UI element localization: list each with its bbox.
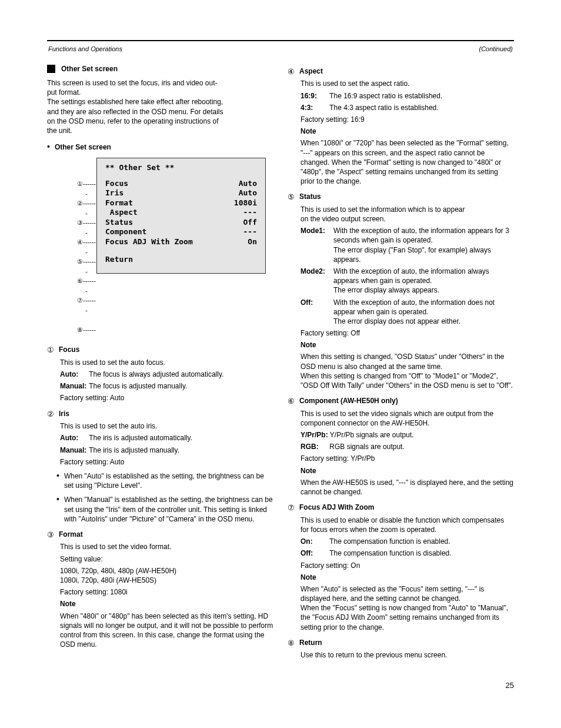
menu-row: Focus ADJ With ZoomOn xyxy=(105,237,257,247)
section-title-text: Other Set screen xyxy=(61,64,118,74)
factory: Factory setting: 1080i xyxy=(60,587,273,597)
item-line: Use this to return to the previous menu … xyxy=(300,650,514,660)
callout-2: ② xyxy=(47,409,54,420)
bullet-label: Other Set screen xyxy=(55,142,111,152)
left-column: Other Set screen This screen is used to … xyxy=(47,61,273,663)
bullet-dot-icon xyxy=(56,471,59,490)
item-title: Focus xyxy=(59,345,79,355)
intro-paragraph: This screen is used to set the focus, ir… xyxy=(47,78,273,135)
item-status: ⑤ Status This is used to set the informa… xyxy=(288,192,514,390)
item-title: Component (AW-HE50H only) xyxy=(299,396,398,407)
intro-line: and they are also reflected in the OSD m… xyxy=(47,108,223,116)
item-line: This is used to enable or disable the fu… xyxy=(300,516,514,534)
item-title: Focus ADJ With Zoom xyxy=(299,503,374,513)
def-val: Y/Pr/Pb signals are output. xyxy=(330,431,414,439)
def-key: 4:3: xyxy=(300,103,328,112)
item-title: Aspect xyxy=(299,67,323,77)
factory: Factory setting: 16:9 xyxy=(300,115,514,124)
callout-num: ⑧------ xyxy=(76,325,96,335)
callout-6: ⑥ xyxy=(288,396,295,407)
bullet-dot-icon xyxy=(56,495,59,524)
item-line: This is used to set the information whic… xyxy=(300,205,514,224)
menu-box: ** Other Set ** FocusAuto IrisAuto Forma… xyxy=(96,158,266,274)
item-line: This is used to set the auto focus. xyxy=(60,358,273,367)
note-text: When "Auto" is established as the settin… xyxy=(64,471,273,490)
item-line: This is used to set the video signals wh… xyxy=(300,409,514,428)
item-title: Status xyxy=(299,192,321,202)
columns: Other Set screen This screen is used to … xyxy=(47,61,514,663)
item-focus-adj: ⑦ Focus ADJ With Zoom This is used to en… xyxy=(288,503,514,632)
callout-7: ⑦ xyxy=(288,503,295,513)
item-title: Format xyxy=(59,530,83,540)
right-column: ④ Aspect This is used to set the aspect … xyxy=(288,61,514,663)
menu-row: FocusAuto xyxy=(105,179,257,189)
def-val: The iris is adjusted automatically. xyxy=(89,434,192,442)
callout-num: ④------- xyxy=(76,237,96,257)
setting-values: 1080i, 720p, 480i, 480p (AW-HE50H) 1080i… xyxy=(60,566,273,585)
def-key: RGB: xyxy=(300,442,328,451)
callout-num: ②------- xyxy=(76,198,96,218)
item-title: Return xyxy=(299,638,322,649)
callout-num: ⑦------- xyxy=(76,295,96,315)
def-key: Y/Pr/Pb: xyxy=(300,430,328,440)
note-text: When "480i" or "480p" has been selected … xyxy=(60,611,273,650)
def-val: The compensation function is enabled. xyxy=(329,537,450,546)
item-title: Iris xyxy=(59,409,69,420)
note-bullet: When "Auto" is established as the settin… xyxy=(56,471,273,490)
factory: Factory setting: Auto xyxy=(60,393,273,403)
factory: Factory setting: Auto xyxy=(60,457,273,467)
page-number: 25 xyxy=(0,680,514,691)
note-label: Note xyxy=(300,127,316,135)
callout-num: ⑥------- xyxy=(76,276,96,295)
factory: Factory setting: On xyxy=(300,561,514,570)
note-text: When "Manual" is established as the sett… xyxy=(64,495,273,524)
menu-row: Aspect--- xyxy=(105,208,257,218)
def-key: 16:9: xyxy=(300,91,328,101)
def-key: Manual: xyxy=(60,381,87,391)
header-right: (Continued) xyxy=(479,45,513,54)
item-line: This is used to set the aspect ratio. xyxy=(300,79,514,88)
factory: Factory setting: Off xyxy=(300,328,514,338)
callout-5: ⑤ xyxy=(288,192,295,202)
note-label: Note xyxy=(300,341,316,349)
note-bullet: When "Manual" is established as the sett… xyxy=(56,495,273,524)
header-left: Functions and Operations xyxy=(48,45,122,54)
menu-return: Return xyxy=(105,255,257,265)
def-val: The focus is adjusted manually. xyxy=(89,382,187,390)
intro-line: on the OSD menu, refer to the operating … xyxy=(47,117,219,125)
page-header: Functions and Operations (Continued) xyxy=(47,40,514,55)
callout-1: ① xyxy=(47,345,54,355)
menu-title: ** Other Set ** xyxy=(105,163,257,173)
note-label: Note xyxy=(300,467,316,475)
intro-line: The settings established here take effec… xyxy=(47,98,223,106)
def-val: The compensation function is disabled. xyxy=(329,549,451,557)
callout-4: ④ xyxy=(288,67,295,77)
menu-row: Format1080i xyxy=(105,198,257,208)
def-val: The 16:9 aspect ratio is established. xyxy=(329,92,442,100)
def-key: Mode2: xyxy=(300,267,330,295)
item-return: ⑧ Return Use this to return to the previ… xyxy=(288,638,514,660)
factory: Factory setting: Y/Pr/Pb xyxy=(300,454,514,463)
intro-line: put format. xyxy=(47,88,81,97)
callout-num: ③------- xyxy=(76,218,96,237)
item-format: ③ Format This is used to set the video f… xyxy=(47,530,273,649)
def-key: Auto: xyxy=(60,433,87,443)
def-val: RGB signals are output. xyxy=(329,443,404,451)
bullet-other-set: Other Set screen xyxy=(47,142,273,152)
callout-num: ⑤------- xyxy=(76,257,96,276)
setting-label: Setting value: xyxy=(60,554,273,564)
callout-num: ①------- xyxy=(76,179,96,198)
note-text: When "1080i" or "720p" has been selected… xyxy=(300,138,514,186)
menu-title-text: ** Other Set ** xyxy=(105,163,174,172)
item-line: This is used to set the auto iris. xyxy=(60,421,273,431)
def-key: Off: xyxy=(300,549,328,558)
note-text: When the AW-HE50S is used, "---" is disp… xyxy=(300,478,514,497)
callout-num xyxy=(76,315,96,325)
def-val: The focus is always adjusted automatical… xyxy=(89,370,223,378)
item-focus: ① Focus This is used to set the auto foc… xyxy=(47,345,273,403)
menu-row: IrisAuto xyxy=(105,188,257,198)
def-key: Off: xyxy=(300,298,330,327)
intro-line: the unit. xyxy=(47,127,72,135)
def-key: Mode1: xyxy=(300,226,330,264)
item-component: ⑥ Component (AW-HE50H only) This is used… xyxy=(288,396,514,497)
